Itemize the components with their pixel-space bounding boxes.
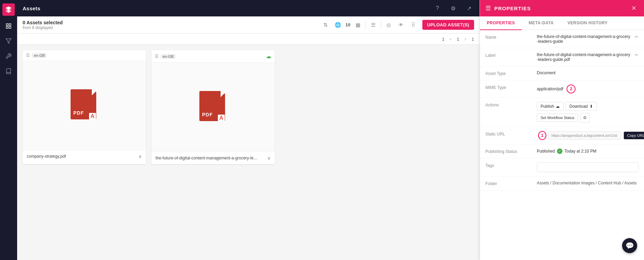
asset-type-label: Asset Type [485,70,533,76]
prop-row-folder: Folder Assets / Documentation images / C… [480,177,644,191]
download-button[interactable]: Download ⬇ [566,102,596,111]
page-number-start: 1 [442,37,444,42]
sort-icon[interactable]: ⇅ [321,20,330,30]
tab-properties[interactable]: PROPERTIES [480,16,522,30]
status-time: Today at 2:10 PM [565,149,596,154]
status-text: Published [537,149,555,154]
page-size-label[interactable]: 10 [345,20,350,30]
mime-type-value: application/pdf [537,87,563,91]
page-number-total: 1 [472,37,474,42]
sidebar-item-assets[interactable] [2,20,15,32]
prop-row-publishing-status: Publishing Status Published Today at 2:1… [480,144,644,158]
panel-tabs: PROPERTIES META-DATA VERSION HISTORY [480,16,644,30]
settings-icon[interactable]: ⚙ [448,3,458,13]
panel-header-icon: ☰ [485,4,491,12]
sidebar [0,0,17,260]
next-page-button[interactable]: › [461,35,470,43]
expand-icon-1[interactable]: ∨ [138,154,142,159]
name-value-container: the-future-of-digital-content-management… [537,34,639,44]
svg-rect-2 [6,27,8,28]
prop-row-asset-type: Asset Type Document [480,66,644,80]
sidebar-item-filter[interactable] [2,35,15,47]
name-edit-icon[interactable]: ✏ [635,34,639,39]
folder-label: Folder [485,181,533,186]
asset-name-1: company-strategy.pdf [27,154,66,159]
pdf-icon-1: PDF A [71,89,98,122]
publish-button[interactable]: Publish ☁ [537,102,564,111]
copy-url-button[interactable]: Copy URL [624,132,644,139]
toolbar: 0 Assets selected from 9 displayed ⇅ 🌐 1… [17,16,480,34]
from-displayed-label: from 9 displayed [23,25,63,30]
logo [2,3,15,16]
name-label: Name [485,34,533,40]
prop-row-tags: Tags [480,158,644,177]
main-area: Assets ? ⚙ ↗ 0 Assets selected from 9 di… [17,0,480,260]
asset-footer-1: company-strategy.pdf ∨ [23,150,146,162]
annotation-2: 2 [567,84,575,93]
grid-dots-icon[interactable]: ⠿ [409,20,418,30]
static-url-label: Static URL [485,131,533,136]
publishing-status-value: Published Today at 2:10 PM [537,148,639,154]
static-url-input[interactable]: https://ampproduct.a.bigcontent.io/v1/st [548,131,621,140]
publish-cloud-icon: ☁ [266,53,271,60]
svg-marker-4 [6,39,11,43]
sidebar-item-tools[interactable] [2,50,15,62]
asset-footer-2: the-future-of-digital-content-management… [151,152,275,164]
pdf-icon-wrapper-2: PDF A [199,91,227,124]
sidebar-item-collections[interactable] [2,65,15,77]
help-icon[interactable]: ? [432,3,443,13]
prev-page-button[interactable]: ‹ [447,35,455,43]
logout-icon[interactable]: ↗ [464,3,474,13]
publish-cloud-btn-icon: ☁ [556,104,560,109]
actions-label: Actions [485,102,533,107]
download-label: Download [569,104,587,109]
label-label: Label [485,52,533,58]
mime-type-label: MIME Type [485,84,533,90]
grid-view-icon[interactable]: ▦ [353,20,363,30]
toolbar-controls: ⇅ 🌐 10 ▦ ☰ ◎ 👁 ⠿ [321,20,418,30]
publish-label: Publish [541,104,554,109]
selected-count-label: 0 Assets selected [23,20,63,25]
workflow-button[interactable]: Set Workflow Status [537,114,578,122]
prop-row-name: Name the-future-of-digital-content-manag… [480,30,644,48]
eye-icon[interactable]: 👁 [396,20,406,30]
asset-card-2[interactable]: ☰ en-GB ☁ PDF A the-future-of-digital-co… [151,50,275,164]
static-url-row: https://ampproduct.a.bigcontent.io/v1/st… [548,131,644,140]
asset-preview-1: PDF A [23,61,146,150]
list-view-icon[interactable]: ☰ [369,20,378,30]
pdf-icon-wrapper-1: PDF A [71,89,98,122]
asset-preview-2: PDF A [151,63,275,152]
page-number-current: 1 [457,37,459,42]
annotation-1: 1 [538,131,546,140]
tags-label: Tags [485,162,533,168]
circle-icon[interactable]: ◎ [384,20,394,30]
asset-card-1[interactable]: ☰ en-GB PDF A company-strategy.pdf ∨ [23,50,146,164]
upload-button[interactable]: UPLOAD ASSET(S) [422,20,474,30]
tags-input[interactable] [537,162,639,172]
panel-header: ☰ PROPERTIES ✕ [480,0,644,16]
properties-panel: ☰ PROPERTIES ✕ PROPERTIES META-DATA VERS… [480,0,644,260]
label-edit-icon[interactable]: ✏ [635,52,639,57]
svg-rect-1 [9,24,11,25]
locale-badge-2: en-GB [161,54,176,59]
action-buttons-container: Publish ☁ Download ⬇ Set Workflow Status… [537,102,639,122]
document-icon-1: ☰ [26,53,30,58]
svg-rect-0 [6,24,8,25]
panel-close-button[interactable]: ✕ [629,3,639,13]
section-title: Assets [23,5,40,11]
tags-value [537,162,639,172]
actions-settings-button[interactable]: ⚙ [580,113,590,122]
status-dot-icon [557,148,562,154]
asset-card-1-header: ☰ en-GB [23,50,146,61]
tab-version-history[interactable]: VERSION HISTORY [561,16,615,30]
asset-grid: ☰ en-GB PDF A company-strategy.pdf ∨ [17,45,480,260]
prop-row-static-url: Static URL 1 https://ampproduct.a.bigcon… [480,127,644,144]
asset-name-2: the-future-of-digital-content-management… [156,156,258,160]
mime-type-value-container: application/pdf 2 [537,84,639,93]
download-icon: ⬇ [590,104,593,109]
globe-icon[interactable]: 🌐 [333,20,343,30]
expand-icon-2[interactable]: ∨ [267,155,271,161]
tab-metadata[interactable]: META-DATA [522,16,560,30]
locale-badge-1: en-GB [32,53,47,58]
chatbot-button[interactable]: 💬 [622,238,637,253]
